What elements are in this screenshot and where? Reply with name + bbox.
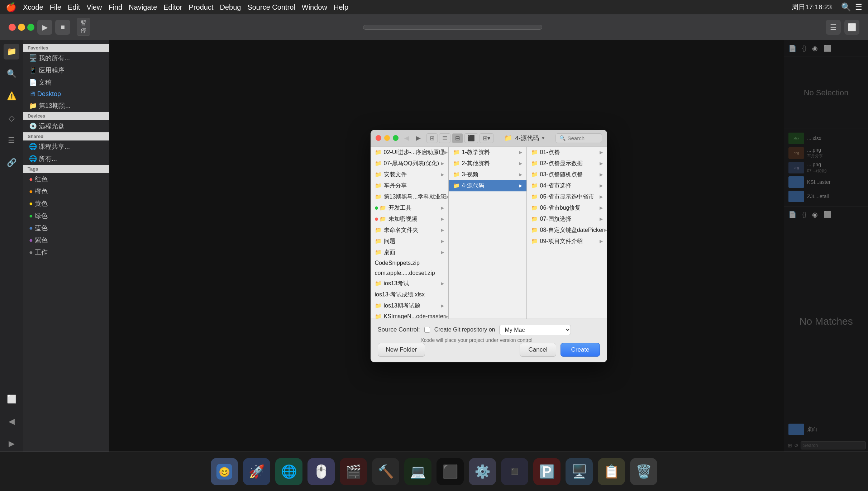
browser-item-1[interactable]: 📁07-黑马QQ列表(优化) ▶ <box>371 158 448 169</box>
browser-col3-item-2[interactable]: 📁03-点餐随机点餐 ▶ <box>527 169 607 180</box>
browser-col3-item-4[interactable]: 📁05-省市显示选中省市 ▶ <box>527 191 607 202</box>
browser-col3-item-7[interactable]: 📁08-自定义键盘datePicker ▶ <box>527 225 607 236</box>
dialog-back-button[interactable]: ◀ <box>402 133 411 143</box>
browser-col3-item-0[interactable]: 📁01-点餐 ▶ <box>527 147 607 158</box>
browser-col3-item-6[interactable]: 📁07-国旗选择 ▶ <box>527 214 607 225</box>
dialog-search-box[interactable]: 🔍 <box>555 133 602 143</box>
apple-menu[interactable]: 🍎 <box>6 2 16 12</box>
navigator-toggle[interactable]: ☰ <box>826 20 841 35</box>
project-desktop[interactable]: 🖥 Desktop <box>23 89 109 100</box>
browser-item-2[interactable]: 📁安装文件 ▶ <box>371 169 448 180</box>
nav-diamond-icon[interactable]: ◇ <box>4 110 19 126</box>
git-repo-select[interactable]: My Mac <box>499 325 571 335</box>
browser-col2-item-3[interactable]: 📁4-源代码 ▶ <box>449 180 526 191</box>
browser-col3-item-3[interactable]: 📁04-省市选择 ▶ <box>527 180 607 191</box>
browser-item-14[interactable]: 📁ios13期考试题 ▶ <box>371 300 448 311</box>
menu-file[interactable]: File <box>50 3 61 11</box>
project-tag-orange[interactable]: ● 橙色 <box>23 185 109 197</box>
browser-item-8[interactable]: 📁问题 ▶ <box>371 236 448 247</box>
browser-col2-item-2[interactable]: 📁3-视频 ▶ <box>449 169 526 180</box>
browser-col2-item-1[interactable]: 📁2-其他资料 ▶ <box>449 158 526 169</box>
nav-warning-icon[interactable]: ⚠️ <box>4 88 19 104</box>
browser-col3-item-8[interactable]: 📁09-项目文件介绍 ▶ <box>527 236 607 247</box>
browser-item-5[interactable]: 📁开发工具 ▶ <box>371 202 448 214</box>
menu-find[interactable]: Find <box>108 3 122 11</box>
project-my-all[interactable]: 🖥️ 我的所有... <box>23 52 109 64</box>
browser-col3-item-5[interactable]: 📁06-省市bug修复 ▶ <box>527 202 607 214</box>
menu-view[interactable]: View <box>86 3 102 11</box>
dock-terminal2[interactable]: ⬛ <box>437 458 464 485</box>
browser-item-15[interactable]: 📁KSImageN...ode-master ▶ <box>371 311 448 319</box>
new-folder-button[interactable]: New Folder <box>378 343 425 357</box>
project-tag-yellow[interactable]: ● 黄色 <box>23 197 109 210</box>
dock-finder[interactable]: 😊 <box>211 458 238 485</box>
dock-tools[interactable]: 🔨 <box>372 458 399 485</box>
git-repo-checkbox[interactable] <box>424 327 430 333</box>
project-tag-blue[interactable]: ● 蓝色 <box>23 222 109 234</box>
dock-sysprefs[interactable]: ⚙️ <box>469 458 496 485</box>
browser-item-0[interactable]: 📁02-UI进步-...序启动原理 ▶ <box>371 147 448 158</box>
browser-col2-item-0[interactable]: 📁1-教学资料 ▶ <box>449 147 526 158</box>
nav-list-icon[interactable]: ☰ <box>4 133 19 148</box>
dock-quicktime[interactable]: 🎬 <box>340 458 367 485</box>
view-gallery-btn[interactable]: ⬛ <box>464 133 478 143</box>
view-columns-btn[interactable]: ⊟ <box>452 133 463 143</box>
project-all[interactable]: 🌐 所有... <box>23 153 109 165</box>
project-tag-work[interactable]: ● 工作 <box>23 246 109 258</box>
dock-launchpad[interactable]: 🚀 <box>243 458 270 485</box>
dock-app1[interactable]: ◾ <box>501 458 528 485</box>
dialog-location-arrow[interactable]: ▾ <box>542 135 544 141</box>
project-tag-green[interactable]: ● 绿色 <box>23 210 109 222</box>
play-button[interactable]: ▶ <box>37 20 52 35</box>
menu-product[interactable]: Product <box>189 3 214 11</box>
nav-grid-icon[interactable]: ⬜ <box>4 391 19 407</box>
dialog-search-input[interactable] <box>568 135 596 141</box>
dock-terminal1[interactable]: 💻 <box>404 458 431 485</box>
view-list-btn[interactable]: ☰ <box>439 133 450 143</box>
create-button[interactable]: Create <box>561 343 600 357</box>
dialog-forward-button[interactable]: ▶ <box>414 133 423 143</box>
menu-debug[interactable]: Debug <box>220 3 241 11</box>
menu-editor[interactable]: Editor <box>163 3 182 11</box>
browser-col3-item-1[interactable]: 📁02-点餐显示数据 ▶ <box>527 158 607 169</box>
nav-search-icon[interactable]: 🔍 <box>4 66 19 82</box>
view-arrange-btn[interactable]: ⊞▾ <box>480 133 493 143</box>
dialog-close-button[interactable] <box>376 135 381 141</box>
project-docs[interactable]: 📄 文稿 <box>23 76 109 89</box>
browser-item-9[interactable]: 📁桌面 ▶ <box>371 247 448 258</box>
project-course-share[interactable]: 🌐 课程共享... <box>23 140 109 153</box>
browser-item-7[interactable]: 📁未命名文件夹 ▶ <box>371 225 448 236</box>
project-apps[interactable]: 📱 应用程序 <box>23 64 109 76</box>
stop-button[interactable]: ■ <box>55 20 70 35</box>
inspector-toggle[interactable]: ⬜ <box>844 20 859 35</box>
dock-cursor[interactable]: 🖱️ <box>307 458 335 485</box>
nav-link-icon[interactable]: 🔗 <box>4 155 19 171</box>
project-tag-red[interactable]: ● 红色 <box>23 173 109 185</box>
browser-item-6[interactable]: 📁未加密视频 ▶ <box>371 214 448 225</box>
dialog-minimize-button[interactable] <box>384 135 390 141</box>
nav-folder-icon[interactable]: 📁 <box>4 44 19 59</box>
browser-item-11[interactable]: com.apple.....docset.zip <box>371 268 448 278</box>
project-remote-disc[interactable]: 💿 远程光盘 <box>23 120 109 132</box>
menu-help[interactable]: Help <box>334 3 348 11</box>
browser-item-4[interactable]: 📁第13期黑马...学科就业班 ▶ <box>371 191 448 202</box>
project-13th[interactable]: 📁 第13期黑... <box>23 100 109 112</box>
dock-notes[interactable]: 📋 <box>598 458 625 485</box>
menu-navigate[interactable]: Navigate <box>129 3 157 11</box>
menu-xcode[interactable]: Xcode <box>23 3 43 11</box>
menu-source-control[interactable]: Source Control <box>247 3 295 11</box>
dock-display[interactable]: 🖥️ <box>566 458 593 485</box>
dock-safari[interactable]: 🌐 <box>275 458 302 485</box>
browser-item-10[interactable]: CodeSnippets.zip <box>371 258 448 268</box>
menu-edit[interactable]: Edit <box>68 3 80 11</box>
scheme-selector[interactable] <box>363 25 542 30</box>
browser-item-3[interactable]: 📁车丹分享 <box>371 180 448 191</box>
cancel-button[interactable]: Cancel <box>520 343 557 357</box>
dialog-maximize-button[interactable] <box>393 135 399 141</box>
nav-forward-icon[interactable]: ▶ <box>4 436 19 452</box>
project-tag-purple[interactable]: ● 紫色 <box>23 234 109 246</box>
nav-back-icon[interactable]: ◀ <box>4 414 19 429</box>
browser-item-13[interactable]: ios13-考试成绩.xlsx <box>371 289 448 300</box>
dock-trash[interactable]: 🗑️ <box>630 458 657 485</box>
menu-window[interactable]: Window <box>302 3 327 11</box>
